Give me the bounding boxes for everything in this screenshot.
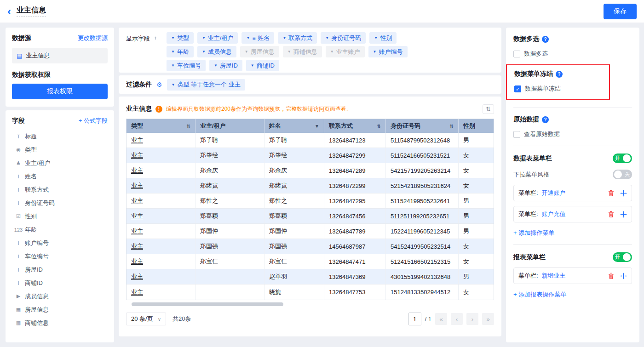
display-field-chip[interactable]: ▼ 账户编号 (368, 46, 408, 57)
display-field-chip[interactable]: ▼ 业主/租户 (197, 32, 238, 44)
filter-settings-icon[interactable]: ⚙ (156, 81, 162, 88)
display-field-chip[interactable]: ▼ 类型 (167, 32, 194, 44)
multi-select-section: 数据多选 ? 数据多选 (513, 35, 632, 58)
field-item[interactable]: ▦ 商铺信息 (12, 316, 108, 330)
field-item[interactable]: T 标题 (12, 130, 108, 143)
column-header[interactable]: 联系方式 ⇅ (324, 119, 386, 133)
column-header[interactable]: 类型 ⇅ (126, 119, 196, 133)
datasource-item[interactable]: ▤ 业主信息 (12, 48, 108, 63)
page-title[interactable]: 业主信息 (17, 6, 46, 17)
display-field-chip[interactable]: ▼ 车位编号 (167, 60, 206, 71)
display-field-chip[interactable]: ▼ 商铺ID (246, 60, 279, 71)
report-menu-toggle[interactable]: 开 (613, 252, 632, 262)
display-field-chip[interactable]: ▼ 身份证号码 (321, 32, 366, 44)
field-item[interactable]: ♟ 业主/租户 (12, 156, 108, 170)
display-field-chip[interactable]: ▼ 业主账户 (326, 46, 365, 57)
display-field-chip[interactable]: ▼ 商铺信息 (283, 46, 322, 57)
checkbox-checked[interactable]: ✓ (514, 85, 521, 92)
help-icon[interactable]: ? (542, 116, 549, 123)
field-item[interactable]: I 房屋ID (12, 263, 108, 276)
checkbox-unchecked[interactable] (513, 131, 520, 138)
column-header[interactable]: 性别 (459, 119, 494, 133)
move-menu-button[interactable] (620, 273, 627, 279)
help-icon[interactable]: ? (556, 71, 563, 78)
table-menu-toggle[interactable]: 开 (613, 154, 632, 163)
cell-type[interactable]: 业主 (126, 254, 196, 269)
raw-data-checkbox-row[interactable]: 查看原始数据 (513, 130, 632, 138)
last-page-button[interactable]: » (482, 313, 494, 325)
menu-item-name[interactable]: 开通账户 (541, 189, 565, 196)
current-page-box[interactable]: 1 (408, 313, 421, 325)
prev-page-button[interactable]: ‹ (451, 313, 463, 325)
page-size-value: 20 条/页 (131, 315, 153, 323)
column-label: 身份证号码 (391, 122, 420, 130)
display-field-chip[interactable]: ▼ 房屋ID (209, 60, 242, 71)
display-field-chip[interactable]: ▼ 房屋信息 (240, 46, 279, 57)
table-sort-button[interactable]: ⇅ (483, 104, 494, 114)
delete-menu-button[interactable] (608, 211, 615, 218)
chip-label: 成员信息 (208, 48, 232, 56)
scrollbar-thumb[interactable] (132, 302, 283, 306)
cell-type[interactable]: 业主 (126, 269, 196, 284)
column-header[interactable]: 姓名 ▼ (264, 119, 324, 133)
datasource-title: 数据源 (12, 34, 31, 42)
cell-type[interactable]: 业主 (126, 224, 196, 239)
dropdown-style-toggle[interactable]: 关 (613, 170, 632, 179)
field-item[interactable]: I 车位编号 (12, 250, 108, 263)
field-item[interactable]: ▶ 成员信息 (12, 290, 108, 303)
field-label: 房屋信息 (25, 306, 49, 314)
delete-menu-button[interactable] (608, 273, 615, 279)
cell-type[interactable]: 业主 (126, 178, 196, 193)
help-icon[interactable]: ? (542, 36, 549, 43)
field-item[interactable]: I 账户编号 (12, 236, 108, 250)
move-menu-button[interactable] (620, 190, 627, 197)
report-permission-button[interactable]: 报表权限 (12, 84, 108, 99)
filter-condition-chip[interactable]: ▼ 类型 等于任意一个 业主 (167, 79, 245, 91)
display-field-chip[interactable]: ▼ 联系方式 (278, 32, 317, 44)
back-icon[interactable]: ‹ (7, 6, 11, 17)
field-item[interactable]: ☑ 性别 (12, 210, 108, 223)
cell-type[interactable]: 业主 (126, 148, 196, 163)
cell-type[interactable]: 业主 (126, 193, 196, 208)
add-menu-link[interactable]: + 添加操作菜单 (513, 229, 554, 237)
display-field-chip[interactable]: ▼ ≡ 姓名 (242, 32, 274, 44)
dropdown-style-label: 下拉菜单风格 (513, 171, 549, 179)
column-header[interactable]: 身份证号码 ⇅ (386, 119, 459, 133)
save-button[interactable]: 保存 (604, 4, 637, 19)
next-page-button[interactable]: › (466, 313, 478, 325)
add-display-field-button[interactable]: + (154, 34, 157, 74)
menu-freeze-checkbox-row[interactable]: ✓ 数据菜单冻结 (514, 85, 604, 93)
field-item[interactable]: 123 年龄 (12, 223, 108, 236)
display-field-chip[interactable]: ▼ 成员信息 (197, 46, 236, 57)
checkbox-unchecked[interactable] (513, 51, 520, 57)
cell-type[interactable]: 业主 (126, 239, 196, 254)
delete-menu-button[interactable] (608, 190, 615, 197)
column-header[interactable]: 业主/租户 (196, 119, 264, 133)
field-item[interactable]: I 姓名 (12, 170, 108, 183)
change-datasource-link[interactable]: 更改数据源 (78, 34, 108, 42)
page-size-select[interactable]: 20 条/页 ∨ (126, 313, 166, 325)
move-menu-button[interactable] (620, 211, 627, 218)
field-item[interactable]: ◉ 类型 (12, 143, 108, 156)
field-item[interactable]: I 联系方式 (12, 183, 108, 196)
chip-label: 商铺ID (257, 62, 275, 70)
settings-panel: 数据多选 ? 数据多选 数据菜单冻结 ? ✓ 数据菜单冻结 原始数据 ? 查看原… (506, 28, 639, 342)
cell-id-number: 152241199605212345 (386, 224, 459, 239)
cell-type[interactable]: 业主 (126, 163, 196, 178)
display-field-chip[interactable]: ▼ 性别 (369, 32, 397, 44)
chevron-down-icon: ▼ (171, 63, 175, 68)
add-formula-field-link[interactable]: + 公式字段 (79, 117, 108, 125)
display-field-chip[interactable]: ▼ 年龄 (167, 46, 194, 57)
cell-contact: 13264847289 (324, 163, 386, 178)
cell-type[interactable]: 业主 (126, 209, 196, 223)
cell-type[interactable]: 业主 (126, 133, 196, 148)
field-item[interactable]: I 身份证号码 (12, 196, 108, 210)
first-page-button[interactable]: « (435, 313, 447, 325)
cell-type[interactable]: 业主 (126, 284, 196, 300)
field-item[interactable]: ▦ 房屋信息 (12, 303, 108, 316)
field-item[interactable]: I 商铺ID (12, 276, 108, 290)
add-report-menu-link[interactable]: + 添加报表操作菜单 (513, 290, 566, 299)
menu-item-name[interactable]: 新增业主 (541, 272, 565, 279)
menu-item-name[interactable]: 账户充值 (541, 210, 565, 217)
multi-select-checkbox-row[interactable]: 数据多选 (513, 50, 632, 58)
